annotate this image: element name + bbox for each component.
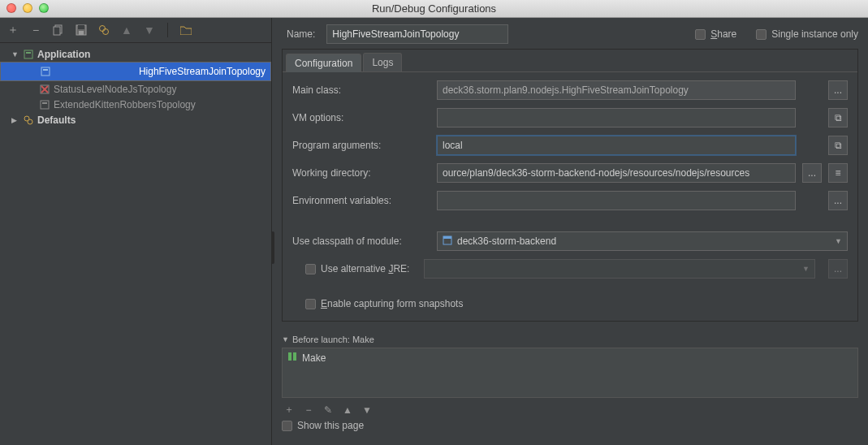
move-task-down-button[interactable]: ▼ bbox=[361, 404, 373, 416]
name-input[interactable] bbox=[326, 24, 508, 44]
tree-group-defaults[interactable]: ▶ Defaults bbox=[0, 112, 271, 127]
snapshots-checkbox[interactable]: Enable capturing form snapshots bbox=[292, 298, 848, 309]
svg-rect-15 bbox=[42, 102, 47, 104]
tree-item-statuslevel[interactable]: StatusLevelNodeJsTopology bbox=[0, 81, 271, 97]
config-panel: Configuration Logs Main class: ... VM op… bbox=[282, 49, 858, 322]
splitter-handle[interactable] bbox=[271, 231, 274, 264]
svg-rect-1 bbox=[54, 27, 60, 35]
classpath-module-select[interactable]: deck36-storm-backend ▼ bbox=[437, 231, 848, 251]
tree-item-highfive[interactable]: HighFiveStreamJoinTopology bbox=[0, 62, 271, 81]
main-panel: Name: Share Single instance only Configu… bbox=[272, 18, 868, 445]
module-icon bbox=[443, 235, 452, 248]
checkbox-box-icon bbox=[282, 421, 292, 431]
tree-label: StatusLevelNodeJsTopology bbox=[54, 84, 176, 95]
tab-logs[interactable]: Logs bbox=[363, 53, 402, 71]
before-launch-list[interactable]: Make bbox=[282, 348, 858, 398]
defaults-group-icon bbox=[23, 114, 34, 126]
folder-button[interactable] bbox=[179, 24, 192, 37]
checkbox-box-icon bbox=[305, 264, 316, 274]
remove-config-button[interactable]: − bbox=[29, 24, 42, 37]
edit-defaults-button[interactable] bbox=[97, 24, 110, 37]
main-class-input[interactable] bbox=[437, 80, 796, 100]
move-up-button[interactable]: ▲ bbox=[120, 24, 133, 37]
close-window-button[interactable] bbox=[6, 3, 16, 13]
tree-label: Defaults bbox=[37, 114, 76, 126]
application-group-icon bbox=[23, 49, 34, 60]
env-vars-browse-button[interactable]: ... bbox=[828, 191, 848, 210]
minimize-window-button[interactable] bbox=[23, 3, 32, 13]
svg-rect-9 bbox=[41, 67, 50, 76]
main-class-label: Main class: bbox=[292, 84, 430, 96]
classpath-label: Use classpath of module: bbox=[292, 235, 430, 247]
share-checkbox[interactable]: Share bbox=[695, 28, 736, 40]
config-tree: ▼ Application HighFiveStreamJoinTopology… bbox=[0, 43, 271, 131]
env-vars-label: Environment variables: bbox=[292, 195, 430, 206]
env-vars-input[interactable] bbox=[437, 191, 796, 210]
before-launch-header[interactable]: ▼ Before launch: Make bbox=[282, 333, 858, 348]
before-launch-title: Before launch: Make bbox=[292, 335, 374, 344]
checkbox-box-icon bbox=[695, 29, 706, 40]
show-this-page-checkbox[interactable]: Show this page bbox=[282, 420, 858, 431]
move-down-button[interactable]: ▼ bbox=[143, 24, 156, 37]
vm-options-label: VM options: bbox=[292, 112, 430, 123]
program-args-expand-button[interactable]: ⧉ bbox=[828, 136, 848, 155]
collapse-arrow-icon: ▼ bbox=[282, 335, 289, 343]
name-row: Name: Share Single instance only bbox=[282, 24, 858, 44]
vm-options-expand-button[interactable]: ⧉ bbox=[828, 108, 848, 127]
before-launch-section: ▼ Before launch: Make Make ＋ − ✎ ▲ ▼ Sho… bbox=[282, 333, 858, 431]
collapse-arrow-icon: ▶ bbox=[11, 116, 19, 124]
program-args-label: Program arguments: bbox=[292, 140, 430, 151]
name-label: Name: bbox=[282, 28, 318, 40]
tabs: Configuration Logs bbox=[283, 50, 857, 72]
form-spacer bbox=[292, 287, 848, 290]
show-this-page-label: Show this page bbox=[297, 420, 364, 431]
share-label-rest: hare bbox=[717, 28, 736, 40]
tab-configuration[interactable]: Configuration bbox=[286, 54, 361, 72]
window-title: Run/Debug Configurations bbox=[0, 2, 868, 15]
svg-point-5 bbox=[100, 26, 106, 32]
run-config-icon bbox=[40, 66, 51, 77]
copy-config-button[interactable] bbox=[52, 24, 65, 37]
sidebar-toolbar: ＋ − ▲ ▼ bbox=[0, 18, 271, 42]
single-instance-label: Single instance only bbox=[771, 28, 858, 40]
vm-options-input[interactable] bbox=[437, 108, 796, 127]
before-launch-toolbar: ＋ − ✎ ▲ ▼ bbox=[282, 398, 858, 420]
remove-task-button[interactable]: − bbox=[303, 404, 314, 416]
svg-rect-10 bbox=[43, 69, 48, 71]
before-launch-item-label: Make bbox=[302, 352, 326, 364]
working-dir-list-button[interactable]: ≡ bbox=[828, 163, 848, 183]
tree-item-kittenrobbers[interactable]: ExtendedKittenRobbersTopology bbox=[0, 97, 271, 112]
sidebar: ＋ − ▲ ▼ ▼ Application bbox=[0, 18, 272, 445]
tree-group-application[interactable]: ▼ Application bbox=[0, 46, 271, 62]
checkbox-box-icon bbox=[305, 299, 316, 309]
svg-rect-7 bbox=[24, 50, 32, 58]
working-dir-input[interactable] bbox=[437, 163, 796, 183]
save-config-button[interactable] bbox=[75, 24, 88, 37]
svg-rect-20 bbox=[288, 352, 291, 361]
single-instance-checkbox[interactable]: Single instance only bbox=[756, 28, 858, 40]
svg-point-17 bbox=[28, 119, 32, 124]
add-task-button[interactable]: ＋ bbox=[283, 403, 295, 417]
checkbox-box-icon bbox=[756, 29, 767, 40]
edit-task-button[interactable]: ✎ bbox=[322, 404, 334, 416]
alt-jre-checkbox[interactable]: Use alternative JRE: bbox=[292, 263, 417, 274]
tree-label: Application bbox=[37, 49, 90, 60]
before-launch-item[interactable]: Make bbox=[284, 350, 856, 365]
tree-label: ExtendedKittenRobbersTopology bbox=[54, 99, 196, 110]
add-config-button[interactable]: ＋ bbox=[6, 24, 19, 37]
svg-rect-4 bbox=[79, 31, 84, 35]
form-spacer bbox=[292, 218, 848, 223]
move-task-up-button[interactable]: ▲ bbox=[342, 404, 353, 416]
dropdown-arrow-icon: ▼ bbox=[802, 265, 810, 273]
alt-jre-browse-button[interactable]: ... bbox=[828, 259, 848, 279]
svg-point-6 bbox=[103, 29, 109, 35]
working-dir-browse-button[interactable]: ... bbox=[802, 163, 822, 183]
main-class-browse-button[interactable]: ... bbox=[828, 80, 848, 100]
expand-arrow-icon: ▼ bbox=[11, 50, 19, 58]
alt-jre-select[interactable]: ▼ bbox=[424, 259, 815, 279]
zoom-window-button[interactable] bbox=[39, 3, 49, 13]
toolbar-separator bbox=[167, 23, 168, 37]
config-form: Main class: ... VM options: ⧉ Program ar… bbox=[283, 72, 857, 321]
program-args-input[interactable] bbox=[437, 136, 796, 155]
svg-rect-14 bbox=[41, 101, 49, 109]
